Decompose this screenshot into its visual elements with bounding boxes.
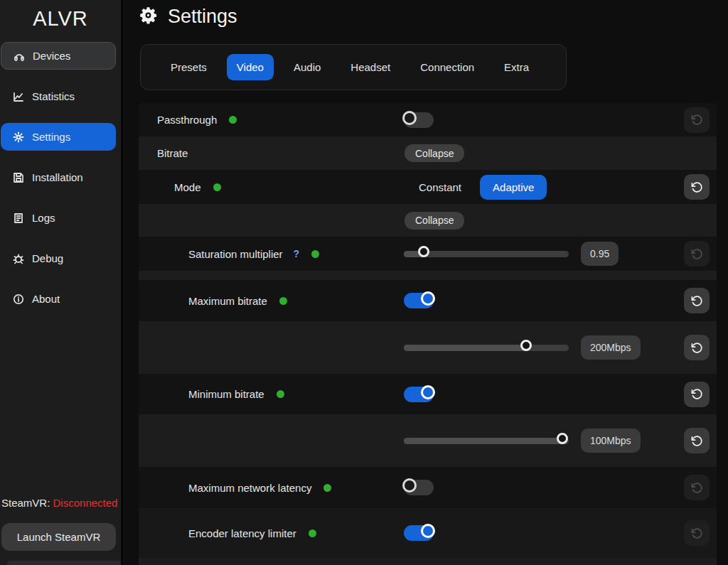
setting-label: Maximum network latency bbox=[139, 482, 331, 494]
setting-label-text: Bitrate bbox=[157, 147, 188, 159]
maximum-network-latency-toggle[interactable] bbox=[404, 480, 434, 495]
chart-icon bbox=[12, 90, 24, 102]
settings-row-bitrate-mode: ModeConstantAdaptive bbox=[139, 170, 717, 204]
setting-control bbox=[404, 508, 434, 558]
sidebar-item-label: About bbox=[32, 293, 60, 305]
toggle-knob bbox=[402, 111, 417, 125]
maximum-bitrate-value-slider[interactable] bbox=[404, 340, 569, 355]
setting-label: Saturation multiplier? bbox=[139, 248, 319, 260]
saturation-multiplier-slider[interactable] bbox=[404, 246, 569, 262]
reset-icon bbox=[691, 114, 703, 126]
setting-control bbox=[404, 374, 434, 414]
sidebar-item-label: Logs bbox=[32, 212, 55, 224]
setting-control bbox=[404, 321, 569, 374]
modified-indicator-dot bbox=[229, 116, 237, 124]
reset-button[interactable] bbox=[684, 382, 710, 407]
sidebar-item-label: Devices bbox=[33, 50, 70, 62]
tab-extra[interactable]: Extra bbox=[494, 54, 539, 80]
steamvr-status-label: SteamVR: bbox=[1, 497, 50, 509]
sidebar-item-statistics[interactable]: Statistics bbox=[1, 82, 116, 110]
help-icon[interactable]: ? bbox=[294, 248, 300, 259]
bug-icon bbox=[12, 252, 24, 264]
collapse-button[interactable]: Collapse bbox=[405, 212, 464, 230]
tab-audio[interactable]: Audio bbox=[284, 54, 331, 80]
passthrough-toggle[interactable] bbox=[404, 112, 434, 128]
steamvr-status-value: Disconnected bbox=[53, 497, 118, 509]
reset-button[interactable] bbox=[684, 428, 710, 453]
modified-indicator-dot bbox=[311, 250, 319, 258]
reset-icon bbox=[691, 482, 703, 494]
tab-headset[interactable]: Headset bbox=[341, 54, 400, 80]
setting-control bbox=[404, 103, 434, 136]
gear-icon bbox=[12, 131, 24, 143]
slider-knob[interactable] bbox=[520, 340, 532, 351]
sidebar-item-debug[interactable]: Debug bbox=[1, 244, 116, 272]
app-title: ALVR bbox=[0, 0, 121, 31]
setting-control: Collapse bbox=[404, 136, 464, 170]
info-icon bbox=[12, 293, 24, 305]
maximum-bitrate-toggle[interactable] bbox=[404, 293, 434, 308]
setting-label: Minimum bitrate bbox=[139, 388, 284, 400]
sidebar-item-installation[interactable]: Installation bbox=[1, 163, 116, 191]
setting-label-text: Passthrough bbox=[157, 114, 217, 126]
reset-button bbox=[684, 241, 710, 267]
setting-label: Bitrate bbox=[139, 147, 188, 159]
tab-presets[interactable]: Presets bbox=[161, 54, 217, 80]
slider-fill bbox=[404, 345, 528, 351]
headset-icon bbox=[13, 50, 25, 62]
setting-control bbox=[404, 237, 569, 271]
settings-row-maximum-bitrate-value: 200Mbps bbox=[139, 321, 717, 374]
setting-label-text: Minimum bitrate bbox=[188, 388, 264, 400]
maximum-bitrate-value-value[interactable]: 200Mbps bbox=[581, 335, 641, 360]
encoder-latency-limiter-toggle[interactable] bbox=[404, 525, 434, 541]
minimum-bitrate-value-slider[interactable] bbox=[404, 433, 569, 448]
sidebar-bottom-strip bbox=[7, 561, 121, 565]
segment-option-constant[interactable]: Constant bbox=[410, 175, 470, 200]
sidebar-item-settings[interactable]: Settings bbox=[1, 123, 116, 151]
settings-row-maximum-network-latency: Maximum network latency bbox=[139, 467, 717, 508]
setting-label-text: Mode bbox=[174, 181, 201, 193]
reset-icon bbox=[691, 248, 703, 260]
setting-label: Maximum bitrate bbox=[139, 295, 287, 307]
settings-row-saturation-multiplier: Saturation multiplier?0.95 bbox=[139, 237, 717, 271]
collapse-button[interactable]: Collapse bbox=[405, 144, 464, 162]
page-title: Settings bbox=[168, 6, 237, 28]
bitrate-mode-segmented: ConstantAdaptive bbox=[410, 175, 547, 200]
sidebar-item-logs[interactable]: Logs bbox=[1, 204, 116, 232]
setting-label-text: Maximum network latency bbox=[188, 482, 311, 494]
steamvr-status: SteamVR: Disconnected bbox=[1, 497, 117, 509]
sidebar-item-about[interactable]: About bbox=[1, 285, 116, 313]
setting-label-text: Saturation multiplier bbox=[188, 248, 283, 260]
launch-steamvr-button[interactable]: Launch SteamVR bbox=[1, 523, 116, 551]
reset-icon bbox=[691, 342, 703, 354]
saturation-multiplier-value[interactable]: 0.95 bbox=[581, 242, 619, 266]
sidebar-item-label: Debug bbox=[32, 252, 63, 264]
reset-button bbox=[684, 520, 710, 546]
setting-control: ConstantAdaptive bbox=[404, 170, 547, 204]
settings-row-minimum-bitrate-value: 100Mbps bbox=[139, 414, 717, 467]
settings-row-passthrough: Passthrough bbox=[139, 103, 717, 136]
settings-row-section-gap bbox=[139, 271, 717, 280]
segment-option-adaptive[interactable]: Adaptive bbox=[480, 175, 547, 200]
minimum-bitrate-value-value[interactable]: 100Mbps bbox=[581, 429, 641, 453]
reset-button[interactable] bbox=[684, 174, 710, 200]
settings-row-maximum-bitrate: Maximum bitrate bbox=[139, 280, 717, 321]
sidebar-item-label: Settings bbox=[32, 131, 70, 143]
sidebar-item-devices[interactable]: Devices bbox=[1, 42, 116, 70]
tab-connection[interactable]: Connection bbox=[410, 54, 484, 80]
setting-control bbox=[404, 280, 434, 321]
settings-tabbar: PresetsVideoAudioHeadsetConnectionExtra bbox=[140, 44, 567, 90]
tab-video[interactable]: Video bbox=[227, 54, 274, 80]
page-header: Settings bbox=[139, 6, 237, 28]
minimum-bitrate-toggle[interactable] bbox=[404, 387, 434, 402]
reset-icon bbox=[691, 295, 703, 307]
modified-indicator-dot bbox=[323, 484, 331, 492]
modified-indicator-dot bbox=[213, 183, 221, 191]
log-icon bbox=[12, 212, 24, 224]
reset-button[interactable] bbox=[684, 335, 710, 360]
reset-icon bbox=[691, 181, 703, 193]
slider-knob[interactable] bbox=[557, 433, 568, 444]
toggle-knob bbox=[402, 478, 417, 493]
sidebar-item-label: Installation bbox=[32, 171, 83, 183]
reset-button[interactable] bbox=[684, 288, 710, 313]
